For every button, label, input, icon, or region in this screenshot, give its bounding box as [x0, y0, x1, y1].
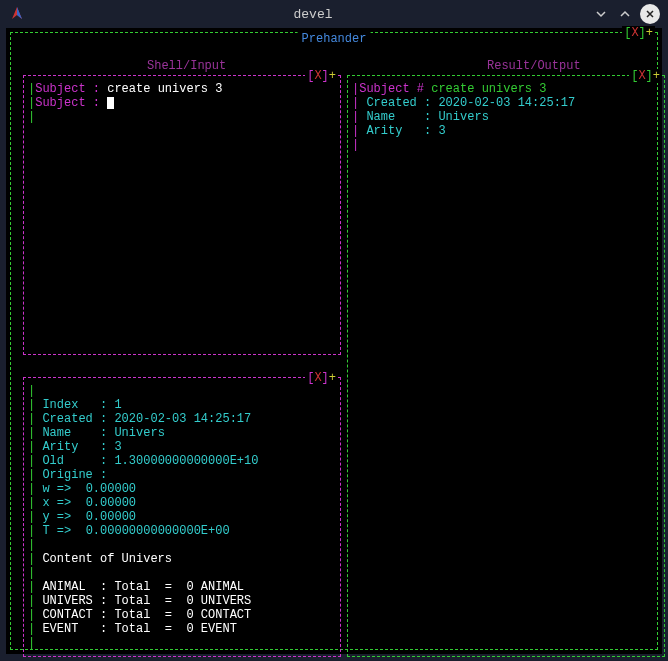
outer-frame: Prehander [X]+ Shell/Input Result/Output… [10, 32, 658, 650]
detail-box: [X]+ | | Index : 1 | Created : 2020-02-0… [23, 377, 341, 657]
window-title: devel [34, 7, 592, 22]
output-panel-title: Result/Output [483, 59, 585, 73]
shell-content[interactable]: |Subject : create univers 3 |Subject : | [24, 76, 340, 130]
app-logo-icon [8, 5, 26, 23]
window-controls [592, 4, 660, 24]
close-icon[interactable] [640, 4, 660, 24]
output-close-marker[interactable]: [X]+ [629, 69, 662, 83]
chevron-up-icon[interactable] [616, 5, 634, 23]
shell-close-marker[interactable]: [X]+ [305, 69, 338, 83]
output-content: |Subject # create univers 3 | Created : … [348, 76, 664, 158]
terminal: Prehander [X]+ Shell/Input Result/Output… [6, 28, 662, 654]
text-cursor [107, 97, 114, 109]
chevron-down-icon[interactable] [592, 5, 610, 23]
shell-input-box[interactable]: [X]+ |Subject : create univers 3 |Subjec… [23, 75, 341, 355]
outer-frame-title: Prehander [298, 32, 371, 46]
titlebar: devel [0, 0, 668, 28]
result-output-box: [X]+ |Subject # create univers 3 | Creat… [347, 75, 665, 657]
outer-close-marker[interactable]: [X]+ [622, 26, 655, 40]
shell-panel-title: Shell/Input [143, 59, 230, 73]
detail-content: | | Index : 1 | Created : 2020-02-03 14:… [24, 378, 340, 656]
detail-close-marker[interactable]: [X]+ [305, 371, 338, 385]
